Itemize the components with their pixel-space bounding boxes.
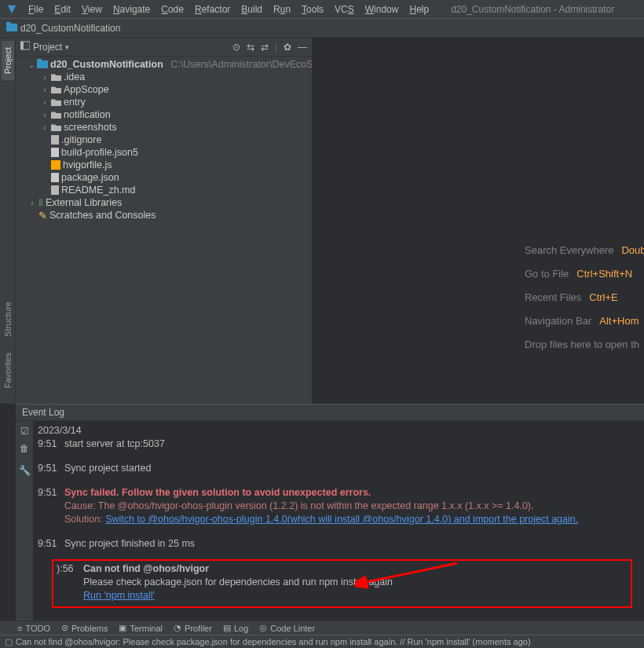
menu-view[interactable]: View (77, 2, 107, 16)
tree-item-readme[interactable]: README_zh.md (16, 184, 312, 196)
folder-icon (51, 86, 61, 93)
log-entry: 9:51start server at tcp:5037 (38, 437, 639, 451)
event-log-content[interactable]: 2023/3/14 9:51start server at tcp:5037 9… (33, 421, 644, 621)
dropdown-icon[interactable]: ▾ (65, 43, 69, 51)
status-bar: ▢ Can not find @ohos/hvigor: Please chec… (0, 635, 644, 648)
tip-search: Search Everywhere (525, 239, 613, 262)
menu-help[interactable]: Help (404, 2, 434, 16)
tip-recent: Recent Files (525, 286, 581, 309)
svg-line-6 (363, 563, 457, 583)
tree-item-hvigorfile[interactable]: hvigorfile.js (16, 159, 312, 171)
locate-icon[interactable]: ⊙ (232, 42, 240, 53)
status-icon[interactable]: ▢ (5, 637, 13, 647)
menu-edit[interactable]: Edit (49, 2, 75, 16)
expand-icon[interactable]: ⇆ (247, 42, 254, 53)
menu-bar: File Edit View Navigate Code Refactor Bu… (0, 0, 644, 19)
log-entry: 9:51Sync project finished in 25 ms (38, 537, 639, 551)
menu-window[interactable]: Window (360, 2, 404, 16)
svg-rect-1 (6, 22, 11, 24)
log-date: 2023/3/14 (38, 424, 639, 437)
menu-tools[interactable]: Tools (297, 2, 328, 16)
sidebar-tab-structure[interactable]: Structure (2, 294, 14, 345)
tree-scratches[interactable]: ✎Scratches and Consoles (16, 209, 312, 221)
menu-vcs[interactable]: VCS (330, 2, 359, 16)
folder-icon (51, 73, 61, 81)
tip-nav: Navigation Bar (525, 309, 591, 333)
md-icon (51, 185, 59, 195)
menu-code[interactable]: Code (156, 2, 188, 16)
window-title: d20_CustomNotification - Administrator (451, 4, 614, 15)
folder-icon (51, 111, 61, 119)
tree-external-libraries[interactable]: ›⫴External Libraries (16, 196, 312, 209)
json-icon (51, 148, 59, 157)
tree-item-entry[interactable]: ›entry (16, 96, 312, 108)
module-icon (37, 59, 48, 71)
annotation-arrow-icon (355, 559, 465, 591)
log-entry-error: 9:51Sync failed. Follow the given soluti… (38, 486, 639, 500)
tip-recent-kb: Ctrl+E (589, 286, 617, 309)
js-icon (51, 160, 60, 170)
project-panel-header: Project ▾ ⊙ ⇆ ⇄ | ✿ — (16, 38, 312, 57)
app-logo-icon (6, 4, 17, 15)
project-panel: Project ▾ ⊙ ⇆ ⇄ | ✿ — ⌄d20_CustomNotific… (16, 38, 313, 404)
event-log-toolbar: ☑ 🗑 🔧 (16, 421, 33, 621)
scratches-icon: ✎ (38, 210, 47, 221)
breadcrumb-root[interactable]: d20_CustomNotification (20, 23, 120, 34)
solution-link[interactable]: Switch to @ohos/hvigor-ohos-plugin 1.4.0… (105, 514, 578, 525)
editor-tips: Search EverywhereDoub Go to FileCtrl+Shi… (525, 239, 644, 357)
log-icon: ▤ (223, 623, 231, 633)
tree-item-buildprofile[interactable]: build-profile.json5 (16, 146, 312, 159)
tip-drop: Drop files here to open th (525, 333, 639, 357)
gear-icon[interactable]: ✿ (284, 42, 291, 53)
menu-build[interactable]: Build (236, 2, 267, 16)
editor-area[interactable]: Search EverywhereDoub Go to FileCtrl+Shi… (313, 38, 644, 404)
folder-icon (51, 98, 61, 106)
run-npm-install-link[interactable]: Run 'npm install' (83, 590, 155, 601)
tip-goto-kb: Ctrl+Shift+N (576, 262, 632, 286)
wrench-icon[interactable]: 🔧 (19, 465, 31, 476)
svg-rect-0 (6, 24, 17, 31)
trash-icon[interactable]: 🗑 (20, 443, 29, 454)
tool-profiler[interactable]: ◔Profiler (174, 623, 212, 633)
tip-search-kb: Doub (621, 239, 644, 262)
tree-item-screenshots[interactable]: ›screenshots (16, 121, 312, 134)
tool-code-linter[interactable]: ◎Code Linter (259, 623, 315, 633)
folder-icon (51, 123, 61, 131)
menu-navigate[interactable]: Navigate (108, 2, 155, 16)
event-log-panel: Event Log ☑ 🗑 🔧 2023/3/14 9:51start serv… (16, 404, 644, 621)
collapse-icon[interactable]: ⇄ (261, 42, 269, 53)
file-icon (51, 135, 59, 145)
json-icon (51, 173, 59, 182)
tree-item-package[interactable]: package.json (16, 171, 312, 184)
menu-file[interactable]: File (24, 2, 48, 16)
tool-log[interactable]: ▤Log (223, 623, 248, 633)
status-message: Can not find @ohos/hvigor: Please check … (16, 637, 531, 646)
project-tree[interactable]: ⌄d20_CustomNotification C:\Users\Adminis… (16, 57, 312, 404)
svg-rect-4 (37, 60, 48, 68)
tree-item-notification[interactable]: ›notification (16, 108, 312, 121)
tree-item-appscope[interactable]: ›AppScope (16, 83, 312, 96)
tool-problems[interactable]: ⊘Problems (61, 623, 108, 633)
tool-terminal[interactable]: ▣Terminal (119, 623, 163, 633)
tip-goto: Go to File (525, 262, 569, 286)
menu-refactor[interactable]: Refactor (190, 2, 235, 16)
linter-icon: ◎ (259, 623, 267, 633)
folder-icon (6, 22, 17, 34)
tree-root[interactable]: ⌄d20_CustomNotification C:\Users\Adminis… (16, 58, 312, 71)
tip-nav-kb: Alt+Hom (599, 309, 639, 333)
sidebar-tab-project[interactable]: Project (2, 41, 14, 80)
tool-todo[interactable]: ≡TODO (17, 624, 50, 633)
tree-item-idea[interactable]: ›.idea (16, 71, 312, 83)
hide-icon[interactable]: — (298, 42, 307, 53)
project-panel-title[interactable]: Project (33, 42, 62, 53)
sidebar-tab-favorites[interactable]: Favorites (2, 345, 14, 396)
log-error-cause: Cause: The @ohos/hvigor-ohos-plugin vers… (38, 500, 639, 513)
svg-rect-5 (37, 59, 42, 61)
tree-item-gitignore[interactable]: .gitignore (16, 134, 312, 146)
divider: | (275, 42, 277, 53)
bottom-tool-bar: ≡TODO ⊘Problems ▣Terminal ◔Profiler ▤Log… (0, 621, 644, 635)
event-log-header[interactable]: Event Log (16, 404, 644, 421)
menu-run[interactable]: Run (269, 2, 295, 16)
project-view-icon (20, 41, 30, 53)
check-icon[interactable]: ☑ (20, 426, 29, 437)
